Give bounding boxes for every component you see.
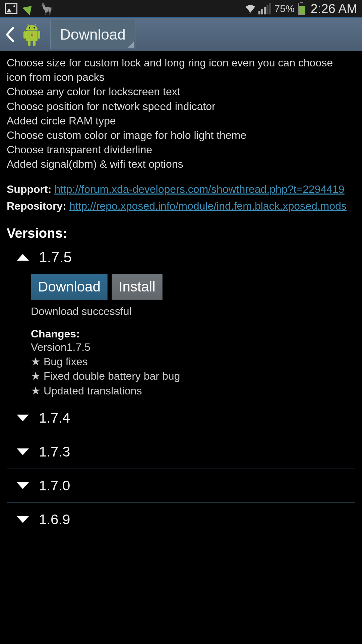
changes-line: Version1.7.5 [31, 340, 355, 355]
repository-row: Repository: http://repo.xposed.info/modu… [7, 199, 355, 214]
support-link[interactable]: http://forum.xda-developers.com/showthre… [54, 183, 344, 195]
desc-line: Choose size for custom lock and long rin… [7, 56, 355, 85]
version-item-collapsed[interactable]: 1.7.3 [7, 435, 355, 469]
navigation-spinner[interactable]: Download [50, 20, 135, 49]
svg-line-6 [35, 24, 36, 26]
version-item-collapsed[interactable]: 1.7.4 [7, 401, 355, 435]
svg-rect-3 [28, 41, 31, 46]
version-number: 1.7.5 [39, 249, 72, 266]
download-button[interactable]: Download [31, 274, 108, 300]
desc-line: Added circle RAM type [7, 114, 355, 128]
module-description: Choose size for custom lock and long rin… [7, 56, 355, 172]
svg-point-8 [34, 27, 35, 29]
changes-line: ★ Updated translations [31, 384, 355, 398]
svg-rect-1 [23, 31, 26, 39]
changes-line: ★ Bug fixes [31, 355, 355, 369]
download-status: Download successful [31, 305, 355, 318]
desc-line: Choose custom color or image for holo li… [7, 128, 355, 143]
svg-point-7 [29, 27, 30, 29]
version-number: 1.6.9 [39, 512, 70, 528]
desc-line: Choose any color for lockscreen text [7, 85, 355, 99]
collapse-icon [17, 254, 29, 261]
clock: 2:26 AM [311, 2, 357, 16]
version-item-expanded: 1.7.5 Download Install Download successf… [7, 249, 355, 398]
expand-icon [17, 415, 29, 421]
changes-heading: Changes: [31, 328, 355, 340]
changes-block: Changes: Version1.7.5 ★ Bug fixes ★ Fixe… [31, 328, 355, 398]
llama-icon: 🦙 [40, 2, 54, 15]
content-area: Choose size for custom lock and long rin… [0, 51, 362, 541]
svg-text:x: x [31, 32, 33, 37]
repository-label: Repository: [7, 200, 66, 212]
install-button[interactable]: Install [112, 274, 163, 300]
signal-icon [258, 3, 271, 14]
support-label: Support: [7, 183, 51, 195]
xposed-app-icon[interactable]: x [20, 21, 44, 48]
desc-line: Choose position for network speed indica… [7, 99, 355, 114]
status-right: 75% 2:26 AM [244, 2, 357, 16]
svg-rect-4 [33, 41, 36, 46]
expand-icon [17, 448, 29, 455]
version-item-collapsed[interactable]: 1.7.0 [7, 469, 355, 503]
version-number: 1.7.0 [39, 478, 70, 494]
svg-line-5 [27, 24, 29, 26]
battery-percentage: 75% [275, 3, 295, 14]
wifi-icon [244, 3, 256, 14]
battery-icon [298, 3, 305, 15]
status-left: 🦙 [5, 2, 54, 15]
version-item-collapsed[interactable]: 1.6.9 [7, 503, 355, 536]
back-button[interactable] [3, 24, 17, 45]
version-number: 1.7.4 [39, 410, 70, 426]
status-bar: 🦙 75% 2:26 AM [0, 0, 362, 17]
support-row: Support: http://forum.xda-developers.com… [7, 182, 355, 197]
version-number: 1.7.3 [39, 444, 70, 460]
repository-link[interactable]: http://repo.xposed.info/module/ind.fem.b… [69, 200, 347, 212]
action-buttons: Download Install [31, 274, 355, 300]
paperplane-icon [22, 2, 36, 15]
versions-heading: Versions: [7, 226, 355, 241]
page-title: Download [60, 26, 126, 43]
gallery-icon [5, 3, 17, 14]
version-header[interactable]: 1.7.5 [17, 249, 355, 266]
expand-icon [17, 482, 29, 489]
app-bar: x Download [0, 17, 362, 51]
svg-rect-2 [38, 31, 40, 39]
changes-line: ★ Fixed double battery bar bug [31, 369, 355, 383]
expand-icon [17, 516, 29, 523]
desc-line: Choose transparent dividerline [7, 143, 355, 157]
desc-line: Added signal(dbm) & wifi text options [7, 157, 355, 171]
